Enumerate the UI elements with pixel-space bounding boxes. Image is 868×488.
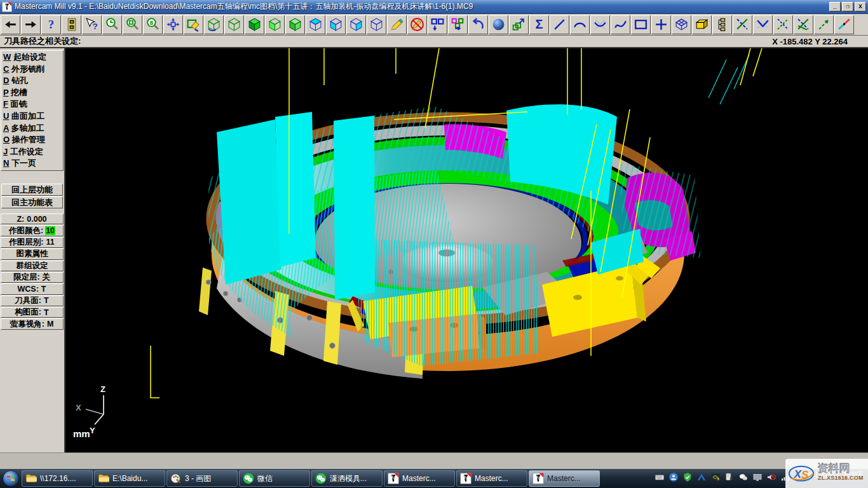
close-button[interactable]: X: [855, 2, 866, 11]
taskbar-item-3[interactable]: 微信: [239, 470, 310, 487]
rectangle-button[interactable]: [631, 15, 651, 34]
context-help-button[interactable]: ?: [82, 15, 102, 34]
shading-button[interactable]: [489, 15, 508, 34]
surf-icon: [674, 17, 689, 32]
transform-ops-button[interactable]: [448, 15, 468, 34]
sidebar-item-n[interactable]: N 下一页: [1, 158, 63, 170]
delete-button[interactable]: [407, 15, 427, 34]
solid-button[interactable]: [692, 15, 712, 34]
sidebar-item-p[interactable]: P 挖槽: [1, 87, 63, 99]
line-button[interactable]: [550, 15, 569, 34]
taskbar-item-1[interactable]: E:\Baidu...: [94, 470, 165, 487]
calculator-button[interactable]: Σ: [529, 15, 549, 34]
tree-icon: [715, 17, 729, 32]
spline-icon: [613, 17, 628, 32]
tray-shield-green-icon[interactable]: [682, 472, 693, 485]
status-item-6[interactable]: WCS:T: [1, 283, 64, 294]
slash-icon: [552, 17, 567, 32]
sidebar-item-w[interactable]: W 起始设定: [1, 51, 63, 64]
iso-view-button[interactable]: [367, 15, 386, 34]
tray-nvidia-icon[interactable]: [710, 472, 721, 485]
status-item-8[interactable]: 构图面:T: [1, 307, 64, 318]
tray-autodesk-icon[interactable]: [696, 472, 707, 485]
backup-menu-button[interactable]: 回上层功能: [1, 184, 63, 196]
tray-display-icon[interactable]: [752, 472, 763, 485]
tray-volume-muted-icon[interactable]: [766, 472, 776, 485]
tray-plug-icon[interactable]: [724, 472, 735, 485]
wireframe-view-button[interactable]: [224, 15, 244, 34]
status-item-3[interactable]: 图素属性: [1, 248, 64, 259]
status-item-4[interactable]: 群组设定: [1, 261, 64, 271]
shaded-view-button[interactable]: [245, 15, 264, 34]
svg-text:?: ?: [48, 18, 54, 31]
copy-ops-button[interactable]: [428, 15, 447, 34]
dynamic-rotate-button[interactable]: [204, 15, 224, 34]
sidebar-item-u[interactable]: U 曲面加工: [1, 111, 63, 123]
help-button[interactable]: ?: [41, 15, 61, 34]
status-item-2[interactable]: 作图层别:11: [1, 237, 64, 248]
taskbar-item-4[interactable]: 潇洒模具...: [311, 470, 383, 487]
front-view-button[interactable]: [326, 15, 346, 34]
back-button[interactable]: [1, 15, 20, 34]
top-view-button[interactable]: [306, 15, 325, 34]
start-button[interactable]: [1, 470, 20, 487]
forward-button[interactable]: [21, 15, 41, 34]
zoom-window-button[interactable]: [123, 15, 142, 34]
status-item-9[interactable]: 萤幕视角:M: [1, 318, 64, 329]
status-item-1[interactable]: 作图颜色:10: [1, 225, 64, 236]
analyze-button[interactable]: [834, 15, 854, 34]
mag-icon: [105, 17, 119, 32]
zoom-button[interactable]: [102, 15, 122, 34]
side-view-button[interactable]: [346, 15, 366, 34]
repaint-button[interactable]: [184, 15, 203, 34]
surface-button[interactable]: [672, 15, 691, 34]
sidebar-item-a[interactable]: A 多轴加工: [1, 123, 63, 135]
restore-button[interactable]: ❐: [842, 2, 853, 11]
file-manager-button[interactable]: [62, 15, 81, 34]
main-menu-button[interactable]: 回主功能表: [1, 196, 63, 208]
trim-two-button[interactable]: [753, 15, 773, 34]
tray-wechat-tray-icon[interactable]: [738, 472, 749, 485]
tray-shield-blue-icon[interactable]: [668, 472, 679, 485]
operations-manager-button[interactable]: [712, 15, 732, 34]
undo-button[interactable]: [468, 15, 488, 34]
plus-icon: [654, 17, 668, 32]
trim-button[interactable]: [733, 15, 752, 34]
extend-button[interactable]: [794, 15, 813, 34]
status-item-7[interactable]: 刀具面:T: [1, 295, 64, 306]
sidebar-item-c[interactable]: C 外形铣削: [1, 64, 63, 76]
taskbar-item-6[interactable]: Masterc...: [456, 470, 527, 487]
sidebar-item-f[interactable]: F 面铣: [1, 98, 63, 111]
minimize-button[interactable]: _: [829, 2, 841, 11]
units-label: mm: [73, 428, 90, 439]
shade-settings-button[interactable]: [285, 15, 305, 34]
sidebar-item-d[interactable]: D 钻孔: [1, 75, 63, 87]
status-item-5[interactable]: 限定层:关: [1, 272, 64, 283]
point-button[interactable]: [651, 15, 671, 34]
bowl-feeder-model: Z X Y mm: [65, 48, 868, 452]
cubeBlueWire-icon: [369, 17, 384, 32]
spline-button[interactable]: [611, 15, 630, 34]
taskbar-item-0[interactable]: \\172.16....: [22, 470, 93, 487]
sidebar-item-j[interactable]: J 工作设定: [1, 146, 63, 158]
measure-button[interactable]: [814, 15, 834, 34]
arc-button[interactable]: [570, 15, 590, 34]
mag8-icon: 8: [146, 17, 160, 32]
conic-button[interactable]: [590, 15, 610, 34]
taskbar-item-7[interactable]: Masterc...: [529, 470, 600, 487]
scale-entities-button[interactable]: [509, 15, 529, 34]
taskbar-item-5[interactable]: Masterc...: [384, 470, 455, 487]
left-face-view-button[interactable]: [265, 15, 285, 34]
xGB-icon: [735, 17, 750, 32]
sidebar-item-o[interactable]: O 操作管理: [1, 134, 63, 146]
taskbar: \\172.16....E:\Baidu...3 - 画图微信潇洒模具...Ma…: [0, 469, 868, 488]
tray-keyboard-icon[interactable]: [654, 472, 665, 485]
taskbar-item-2[interactable]: 3 - 画图: [166, 470, 238, 487]
zoom-scale-button[interactable]: 8: [143, 15, 163, 34]
status-item-0[interactable]: Z:0.000: [1, 214, 64, 224]
watermark-site-name: 资料网: [818, 464, 850, 473]
graphics-viewport[interactable]: Z X Y mm: [65, 48, 868, 452]
create-button[interactable]: [387, 15, 407, 34]
pan-button[interactable]: [163, 15, 183, 34]
divide-button[interactable]: [773, 15, 793, 34]
